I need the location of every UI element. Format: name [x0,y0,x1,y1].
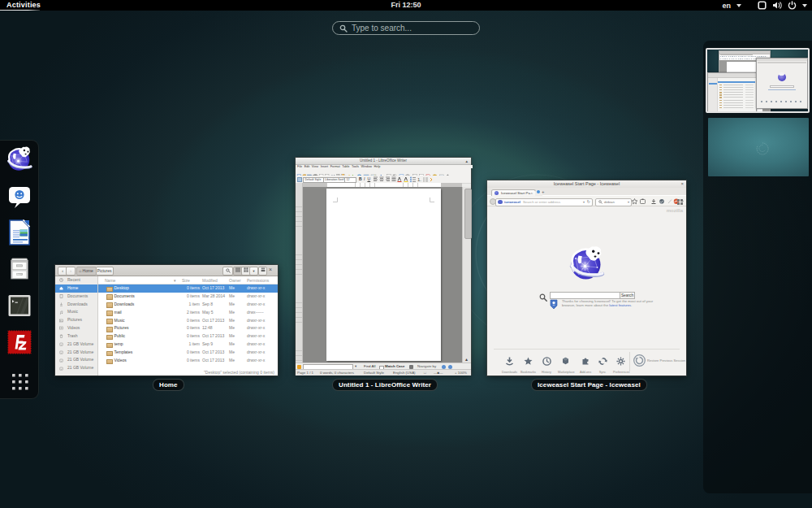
svg-text:1.: 1. [417,177,421,182]
